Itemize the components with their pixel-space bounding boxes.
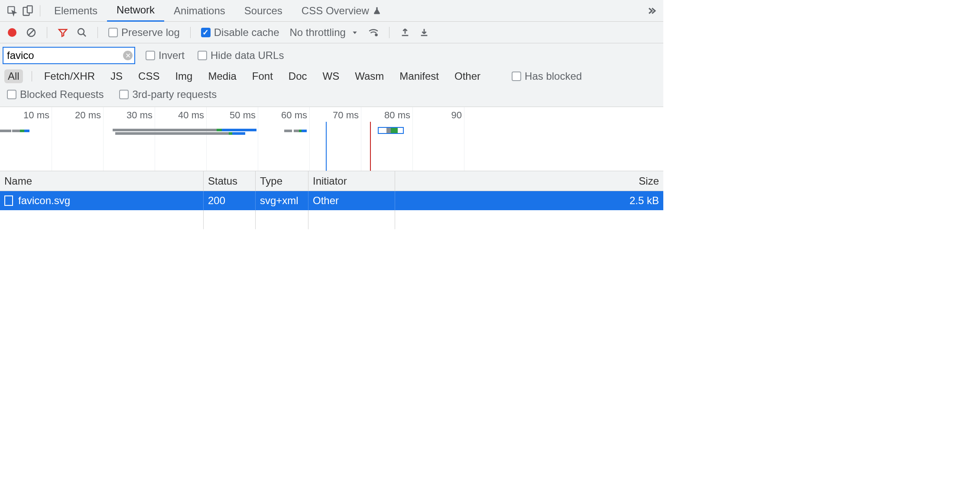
row-status: 200 bbox=[204, 191, 256, 210]
tick-label: 10 ms bbox=[23, 110, 52, 121]
type-js[interactable]: JS bbox=[107, 69, 126, 83]
blocked-requests-checkbox[interactable]: Blocked Requests bbox=[4, 88, 106, 101]
flask-icon bbox=[373, 6, 381, 16]
timeline-bar bbox=[12, 130, 20, 132]
third-party-checkbox[interactable]: 3rd-party requests bbox=[117, 88, 219, 101]
timeline-bar bbox=[208, 132, 229, 135]
svg-line-4 bbox=[28, 29, 34, 36]
timeline-bar bbox=[222, 129, 256, 131]
timeline-bar bbox=[294, 130, 299, 132]
more-tabs-icon[interactable] bbox=[643, 3, 659, 19]
filter-input[interactable] bbox=[3, 47, 135, 64]
row-type: svg+xml bbox=[256, 191, 308, 210]
type-filter-row: All Fetch/XHR JS CSS Img Media Font Doc … bbox=[3, 67, 659, 86]
checkbox-icon bbox=[7, 90, 16, 99]
tab-elements[interactable]: Elements bbox=[45, 0, 107, 22]
load-event-line bbox=[370, 122, 371, 171]
separator bbox=[389, 27, 389, 38]
separator bbox=[97, 27, 98, 38]
tick-label: 70 ms bbox=[333, 110, 361, 121]
row-name: favicon.svg bbox=[18, 195, 70, 207]
preserve-log-checkbox[interactable]: Preserve log bbox=[106, 26, 182, 39]
type-img[interactable]: Img bbox=[172, 69, 196, 83]
blocked-requests-label: Blocked Requests bbox=[20, 88, 104, 101]
checkbox-icon bbox=[512, 72, 521, 81]
checkbox-icon bbox=[146, 51, 155, 60]
throttling-select[interactable]: No throttling bbox=[285, 26, 362, 39]
timeline-bar bbox=[229, 132, 232, 135]
file-icon bbox=[4, 195, 13, 206]
filter-icon[interactable] bbox=[55, 25, 71, 40]
disable-cache-label: Disable cache bbox=[214, 26, 279, 39]
filter-input-wrap: ✕ bbox=[3, 47, 135, 64]
type-other[interactable]: Other bbox=[451, 69, 484, 83]
timeline-bar bbox=[217, 129, 222, 131]
col-status-header[interactable]: Status bbox=[204, 171, 256, 191]
tick-label: 20 ms bbox=[75, 110, 104, 121]
separator bbox=[190, 27, 191, 38]
svg-rect-8 bbox=[402, 35, 409, 36]
tab-sources[interactable]: Sources bbox=[235, 0, 292, 22]
hide-data-urls-checkbox[interactable]: Hide data URLs bbox=[195, 49, 286, 62]
type-css[interactable]: CSS bbox=[135, 69, 163, 83]
tick-label: 50 ms bbox=[230, 110, 258, 121]
export-har-icon[interactable] bbox=[416, 25, 432, 40]
record-button[interactable] bbox=[4, 25, 20, 40]
type-doc[interactable]: Doc bbox=[285, 69, 311, 83]
type-manifest[interactable]: Manifest bbox=[396, 69, 442, 83]
tick-label: 90 bbox=[451, 110, 464, 121]
svg-point-5 bbox=[78, 29, 84, 35]
has-blocked-checkbox[interactable]: Has blocked bbox=[509, 70, 584, 82]
table-row[interactable]: favicon.svg 200 svg+xml Other 2.5 kB bbox=[0, 191, 663, 210]
device-toolbar-icon[interactable] bbox=[20, 3, 36, 19]
throttling-label: No throttling bbox=[289, 26, 345, 39]
disable-cache-checkbox[interactable]: ✓ Disable cache bbox=[198, 26, 282, 39]
tick-label: 60 ms bbox=[281, 110, 310, 121]
tab-css-overview-label: CSS Overview bbox=[302, 5, 369, 17]
tab-css-overview[interactable]: CSS Overview bbox=[292, 0, 391, 22]
type-fetch-xhr[interactable]: Fetch/XHR bbox=[41, 69, 98, 83]
inspect-element-icon[interactable] bbox=[4, 3, 20, 19]
tick-label: 30 ms bbox=[127, 110, 155, 121]
timeline-bar bbox=[284, 130, 292, 132]
invert-checkbox[interactable]: Invert bbox=[143, 49, 187, 62]
timeline-bar bbox=[113, 129, 217, 131]
checkbox-icon bbox=[119, 90, 129, 99]
preserve-log-label: Preserve log bbox=[121, 26, 180, 39]
col-type-header[interactable]: Type bbox=[256, 171, 308, 191]
svg-line-6 bbox=[83, 34, 86, 36]
type-media[interactable]: Media bbox=[204, 69, 240, 83]
timeline-bar bbox=[20, 130, 24, 132]
checkbox-checked-icon: ✓ bbox=[201, 28, 211, 37]
clear-filter-icon[interactable]: ✕ bbox=[123, 51, 133, 60]
type-ws[interactable]: WS bbox=[319, 69, 343, 83]
table-empty-row: . . . . . bbox=[0, 210, 663, 229]
tick-label: 40 ms bbox=[178, 110, 207, 121]
network-toolbar: Preserve log ✓ Disable cache No throttli… bbox=[0, 22, 663, 43]
network-conditions-icon[interactable] bbox=[366, 25, 381, 40]
tab-animations[interactable]: Animations bbox=[164, 0, 235, 22]
separator bbox=[40, 5, 40, 16]
timeline-overview[interactable]: 10 ms 20 ms 30 ms 40 ms 50 ms 60 ms 70 m… bbox=[0, 107, 663, 171]
has-blocked-label: Has blocked bbox=[525, 70, 582, 82]
devtools-tab-bar: Elements Network Animations Sources CSS … bbox=[0, 0, 663, 22]
search-icon[interactable] bbox=[74, 25, 90, 40]
type-font[interactable]: Font bbox=[249, 69, 276, 83]
col-size-header[interactable]: Size bbox=[395, 171, 663, 191]
timeline-bar bbox=[115, 132, 208, 135]
tab-network[interactable]: Network bbox=[107, 0, 164, 22]
request-table-header: Name Status Type Initiator Size bbox=[0, 171, 663, 191]
timeline-selection[interactable] bbox=[378, 127, 404, 134]
row-initiator: Other bbox=[308, 191, 395, 210]
timeline-bar bbox=[302, 130, 307, 132]
clear-icon[interactable] bbox=[23, 25, 39, 40]
hide-data-urls-label: Hide data URLs bbox=[211, 49, 284, 62]
svg-rect-2 bbox=[27, 6, 32, 13]
col-name-header[interactable]: Name bbox=[0, 171, 204, 191]
col-initiator-header[interactable]: Initiator bbox=[308, 171, 395, 191]
checkbox-icon bbox=[198, 51, 207, 60]
type-all[interactable]: All bbox=[4, 69, 23, 83]
filter-bar: ✕ Invert Hide data URLs All Fetch/XHR JS… bbox=[0, 43, 663, 107]
import-har-icon[interactable] bbox=[397, 25, 413, 40]
type-wasm[interactable]: Wasm bbox=[351, 69, 387, 83]
